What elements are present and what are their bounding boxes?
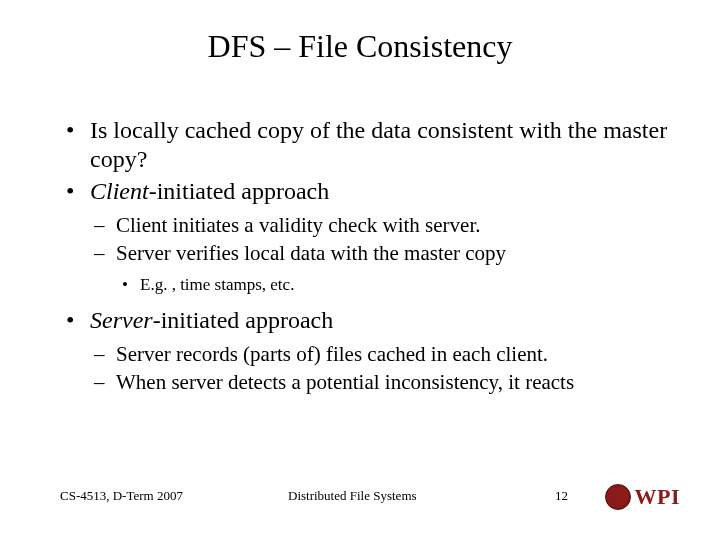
bullet-item: Server records (parts of) files cached i…: [90, 341, 670, 367]
bullet-item: When server detects a potential inconsis…: [90, 369, 670, 395]
slide-title: DFS – File Consistency: [0, 28, 720, 65]
bullet-text: -initiated approach: [149, 178, 330, 204]
bullet-text: Server verifies local data with the mast…: [116, 241, 506, 265]
bullet-list-level2: Client initiates a validity check with s…: [90, 212, 670, 296]
bullet-list-level1: Is locally cached copy of the data consi…: [60, 116, 670, 395]
bullet-list-level3: E.g. , time stamps, etc.: [116, 274, 670, 295]
slide: DFS – File Consistency Is locally cached…: [0, 0, 720, 540]
bullet-list-level2: Server records (parts of) files cached i…: [90, 341, 670, 396]
bullet-item: Client initiates a validity check with s…: [90, 212, 670, 238]
bullet-item: Is locally cached copy of the data consi…: [60, 116, 670, 175]
bullet-item: Server-initiated approach Server records…: [60, 306, 670, 396]
footer-course: CS-4513, D-Term 2007: [60, 488, 183, 504]
footer-topic: Distributed File Systems: [288, 488, 417, 504]
slide-footer: CS-4513, D-Term 2007 Distributed File Sy…: [60, 474, 680, 504]
bullet-item: Client-initiated approach Client initiat…: [60, 177, 670, 296]
bullet-text: E.g. , time stamps, etc.: [140, 275, 294, 294]
bullet-text: -initiated approach: [153, 307, 334, 333]
bullet-text: Is locally cached copy of the data consi…: [90, 117, 667, 172]
slide-content: Is locally cached copy of the data consi…: [60, 116, 670, 405]
wpi-logo-text: WPI: [635, 486, 681, 508]
wpi-logo: WPI: [605, 484, 681, 510]
bullet-item: E.g. , time stamps, etc.: [116, 274, 670, 295]
footer-page-number: 12: [555, 488, 568, 504]
bullet-em: Server: [90, 307, 153, 333]
wpi-seal-icon: [605, 484, 631, 510]
bullet-text: Client initiates a validity check with s…: [116, 213, 481, 237]
bullet-text: Server records (parts of) files cached i…: [116, 342, 548, 366]
bullet-item: Server verifies local data with the mast…: [90, 240, 670, 296]
bullet-text: When server detects a potential inconsis…: [116, 370, 574, 394]
bullet-em: Client: [90, 178, 149, 204]
